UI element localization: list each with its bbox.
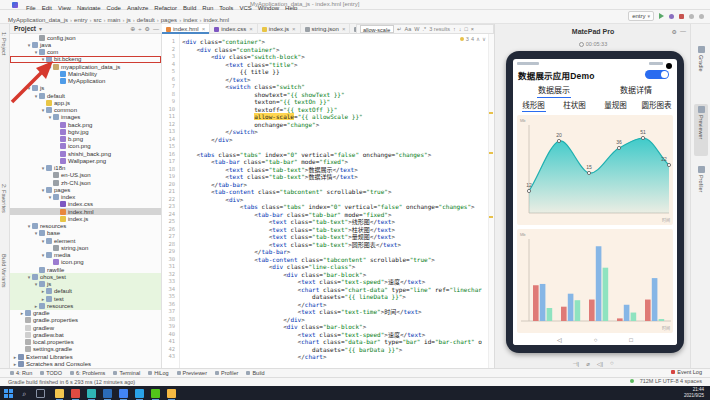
tool-window-hilog[interactable]: HiLog — [148, 370, 168, 376]
tree-item-element[interactable]: ▾element — [10, 237, 161, 244]
previewer-minimize-icon[interactable]: — — [680, 28, 686, 35]
code-line[interactable]: <tab-bar class="tab-bar" mode="fixed"> — [182, 158, 482, 166]
taskbar-app-mail-app[interactable] — [103, 389, 112, 398]
taskbar-app-vscode[interactable] — [135, 389, 144, 398]
search-everywhere-icon[interactable] — [689, 14, 694, 19]
taskbar-app-teal-app[interactable] — [87, 389, 96, 398]
project-strip-tab[interactable]: 1: Project — [1, 32, 7, 55]
tree-item-settings.gradle[interactable]: settings.gradle — [10, 346, 161, 353]
find-input[interactable]: allow-scale — [360, 25, 394, 33]
code-line[interactable]: <text class="tab-text">线形图</text> — [182, 218, 482, 226]
prev-match-icon[interactable]: ↑ — [453, 26, 456, 32]
tree-item-resources[interactable]: ▾resources — [10, 223, 161, 230]
code-line[interactable]: showtext="{{ showText }}" — [182, 91, 482, 99]
code-line[interactable]: </div> — [182, 136, 482, 144]
tree-item-test[interactable]: ▸test — [10, 295, 161, 302]
tool-window-build[interactable]: Build — [246, 370, 264, 376]
collapse-all-icon[interactable]: ÷ — [138, 26, 141, 32]
tree-item-b.png[interactable]: b.png — [10, 136, 161, 143]
code-line[interactable]: <div> — [182, 196, 482, 204]
code-line[interactable]: </tab-bar> — [182, 248, 482, 256]
tree-item-index.css[interactable]: index.css — [10, 201, 161, 208]
tree-item-gradle[interactable]: ▸gradle — [10, 310, 161, 317]
inspection-widget[interactable]: 3 4 ∧∨ — [460, 36, 486, 42]
editor-tab-index.hml[interactable]: index.hml× — [162, 24, 210, 34]
tool-window--run[interactable]: 4: Run — [10, 370, 32, 376]
code-line[interactable] — [182, 143, 482, 151]
tree-item-rawfile[interactable]: rawfile — [10, 266, 161, 273]
tree-item-string.json[interactable]: string.json — [10, 244, 161, 251]
taskbar-search-icon[interactable]: ⌕ — [20, 389, 29, 398]
breadcrumb-item[interactable]: entry — [74, 17, 87, 23]
rotate-icon[interactable]: ⌀ — [586, 360, 590, 367]
code-line[interactable]: <switch class="switch" — [182, 83, 482, 91]
tool-window-previewer[interactable]: Previewer — [177, 370, 207, 376]
whole-words-icon[interactable]: W — [414, 26, 419, 32]
code-editor[interactable]: 1234567891011121314151617181920212223242… — [162, 34, 494, 368]
task-view-icon[interactable] — [36, 389, 45, 398]
taskbar-app-drive-app[interactable] — [167, 389, 176, 398]
code-line[interactable]: <text class="title"> — [182, 61, 482, 69]
app-main-tab-数据展示[interactable]: 数据展示 — [513, 84, 595, 97]
code-line[interactable]: <tab-bar class="tab-bar" mode="fixed"> — [182, 211, 482, 219]
match-case-icon[interactable]: Aa — [405, 26, 412, 32]
tree-item-java[interactable]: ▾java — [10, 41, 161, 48]
app-chart-tab-柱状图[interactable]: 柱状图 — [554, 99, 595, 111]
event-log-tab[interactable]: Event Log — [671, 369, 702, 375]
code-line[interactable]: </div> — [182, 316, 482, 324]
right-strip-tab-profiler[interactable]: Profiler — [694, 164, 708, 216]
breadcrumb-item[interactable]: index.hml — [203, 17, 229, 23]
close-tab-icon[interactable]: × — [249, 26, 253, 32]
tree-item-ohos_test[interactable]: ▾ohos_test — [10, 273, 161, 280]
code-line[interactable]: <text class="tab-text">数据详情</text> — [182, 173, 482, 181]
close-tab-icon[interactable]: × — [202, 26, 206, 32]
tree-item-gradlew[interactable]: gradlew — [10, 324, 161, 331]
close-tab-icon[interactable]: × — [292, 26, 296, 32]
tree-item-back.png[interactable]: back.png — [10, 121, 161, 128]
tree-item-icon.png[interactable]: icon.png — [10, 143, 161, 150]
code-line[interactable]: <div class="switch-block"> — [182, 53, 482, 61]
breadcrumb-item[interactable]: index — [183, 17, 197, 23]
taskbar-app-file-explorer[interactable] — [55, 389, 64, 398]
code-line[interactable]: textoff="{{ textOff }}" — [182, 106, 482, 114]
code-line[interactable]: </switch> — [182, 128, 482, 136]
multi-device-icon[interactable]: ⊣| — [572, 360, 579, 367]
tree-item-common[interactable]: ▾common — [10, 107, 161, 114]
code-line[interactable]: <chart class="chart-data" type="line" re… — [182, 286, 482, 294]
tree-item-js[interactable]: ▾js — [10, 85, 161, 92]
tree-item-default[interactable]: ▸default — [10, 288, 161, 295]
code-line[interactable]: <chart class="data-bar" type="bar" id="b… — [182, 338, 482, 346]
close-tab-icon[interactable]: × — [342, 26, 346, 32]
right-strip-tab-previewer[interactable]: Previewer — [694, 104, 708, 156]
tree-item-base[interactable]: ▾base — [10, 230, 161, 237]
tree-item-app.js[interactable]: app.js — [10, 99, 161, 106]
breadcrumb-item[interactable]: js — [126, 17, 130, 23]
breadcrumb-item[interactable]: src — [93, 17, 101, 23]
editor-tab-index.css[interactable]: index.css× — [210, 24, 258, 34]
code-line[interactable]: </chart> — [182, 301, 482, 309]
tree-item-Scratches and Consoles[interactable]: ▸Scratches and Consoles — [10, 360, 161, 367]
code-line[interactable]: <tabs class="tabs" index="0" vertical="f… — [182, 151, 482, 159]
code-line[interactable]: onchange="change"> — [182, 121, 482, 129]
code-line[interactable]: <text class="tab-text">数据展示</text> — [182, 166, 482, 174]
tree-item-index.hml[interactable]: index.hml — [10, 208, 161, 215]
code-line[interactable]: <text class="text-time">时间</text> — [182, 308, 482, 316]
tool-window--problems[interactable]: 6: Problems — [70, 370, 105, 376]
tool-window-todo[interactable]: TODO — [40, 370, 62, 376]
code-line[interactable]: {{ title }} — [182, 68, 482, 76]
app-main-tab-数据详情[interactable]: 数据详情 — [595, 84, 677, 97]
breadcrumb-item[interactable]: MyApplication_data_js — [8, 17, 68, 23]
tree-item-index.js[interactable]: index.js — [10, 215, 161, 222]
tree-item-zh-CN.json[interactable]: zh-CN.json — [10, 179, 161, 186]
code-line[interactable]: <div class="bar-block"> — [182, 271, 482, 279]
code-line[interactable]: <text class="tab-text">圆形图表</text> — [182, 241, 482, 249]
panel-settings-icon[interactable]: ⚙ — [145, 25, 150, 32]
device-screen[interactable]: 数据展示应用Demo 数据展示数据详情 线形图柱状图量规图圆形图表 Mb — [513, 59, 677, 345]
breadcrumb-item[interactable]: pages — [161, 17, 177, 23]
tree-item-js[interactable]: ▾js — [10, 281, 161, 288]
tree-item-External Libraries[interactable]: ▸External Libraries — [10, 353, 161, 360]
tree-item-images[interactable]: ▾images — [10, 114, 161, 121]
breadcrumb-item[interactable]: default — [137, 17, 155, 23]
hide-panel-icon[interactable]: — — [153, 26, 159, 32]
settings-icon[interactable] — [699, 14, 704, 19]
